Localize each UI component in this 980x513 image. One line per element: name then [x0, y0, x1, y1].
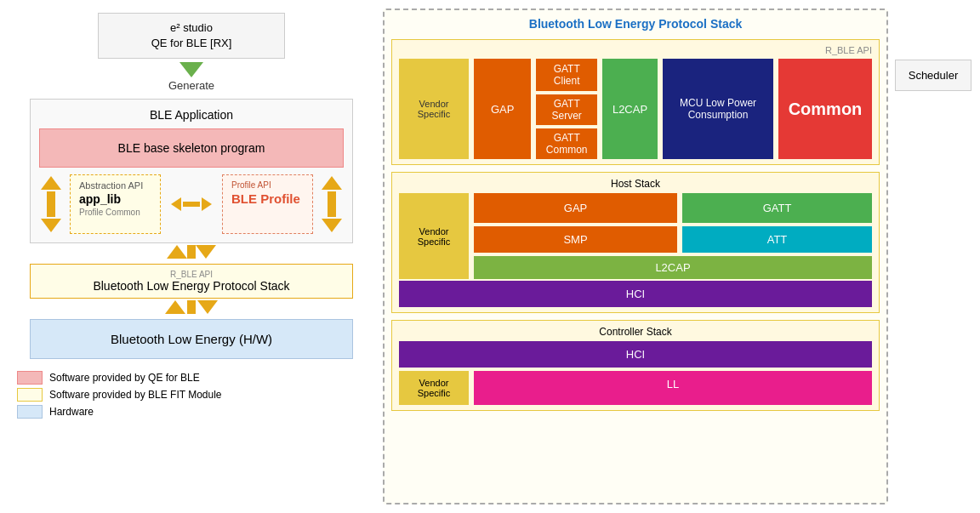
arrow-up-icon [41, 176, 61, 190]
ble-profile-title: BLE Profile [231, 191, 304, 206]
page: e² studio QE for BLE [RX] Generate BLE A… [0, 0, 980, 513]
arrow-down-icon [41, 219, 61, 232]
host-right: GAP GATT SMP ATT [474, 193, 872, 279]
hci-host-cell: HCI [399, 281, 872, 307]
v-arrow-group [167, 245, 216, 259]
arrow-up2-icon [322, 176, 342, 190]
generate-label: Generate [168, 79, 214, 92]
gap-rble-cell: GAP [474, 59, 531, 159]
l2cap-rble-cell: L2CAP [602, 59, 658, 159]
left-panel: e² studio QE for BLE [RX] Generate BLE A… [9, 9, 374, 504]
legend: Software provided by QE for BLE Software… [9, 371, 222, 419]
ble-app-title: BLE Application [39, 108, 344, 122]
legend-item-fit: Software provided by BLE FIT Module [17, 388, 222, 402]
legend-label-hw: Hardware [49, 406, 94, 418]
arrow-up3-icon [167, 245, 187, 259]
legend-item-qe: Software provided by QE for BLE [17, 371, 222, 385]
app-lib-box: Abstraction API app_lib Profile Common [70, 174, 161, 234]
main-stack-title: Bluetooth Low Energy Protocol Stack [391, 17, 880, 31]
arrow-rect4 [187, 300, 196, 314]
scheduler-box: Scheduler [895, 60, 971, 91]
legend-color-fit [17, 388, 43, 402]
hw-title: Bluetooth Low Energy (H/W) [111, 332, 272, 346]
ble-skeleton-label: BLE base skeleton program [118, 141, 265, 155]
ble-profile-box: Profile API BLE Profile [222, 174, 313, 234]
generate-arrow-icon [179, 62, 203, 77]
protocol-stack-box: R_BLE API Bluetooth Low Energy Protocol … [30, 264, 353, 299]
rble-api-row: Vendor Specific GAP GATT Client GATT Ser… [399, 59, 872, 159]
legend-item-hw: Hardware [17, 405, 222, 419]
arrow-down3-icon [196, 245, 216, 259]
studio-line1: e² studio [170, 21, 213, 34]
protocol-stack-title: Bluetooth Low Energy Protocol Stack [39, 279, 344, 293]
ctrl-bottom-row: Vendor Specific LL [399, 371, 872, 405]
studio-box: e² studio QE for BLE [RX] [98, 13, 285, 59]
v-arrow-hw [165, 300, 218, 314]
gatt-host-cell: GATT [682, 193, 872, 223]
left-arrow-col [39, 174, 63, 234]
mcu-cell: MCU Low Power Consumption [663, 59, 773, 159]
legend-label-fit: Software provided by BLE FIT Module [49, 389, 222, 401]
ble-stack-outer: Bluetooth Low Energy Protocol Stack R_BL… [383, 9, 888, 504]
app-lib-title: app_lib [79, 192, 151, 206]
scheduler-label: Scheduler [909, 69, 959, 82]
controller-stack-title: Controller Stack [399, 326, 872, 338]
gatt-client-cell: GATT Client [536, 59, 596, 91]
legend-color-hw [17, 405, 43, 419]
gatt-server-cell: GATT Server [536, 94, 596, 125]
harrow-right-icon [202, 197, 212, 211]
att-host-cell: ATT [682, 226, 872, 253]
smp-host-cell: SMP [474, 226, 677, 253]
arrow-down4-icon [197, 300, 218, 314]
ble-skeleton-box: BLE base skeleton program [39, 128, 344, 168]
host-top-row: GAP GATT [474, 193, 872, 223]
ll-cell: LL [474, 371, 872, 405]
vendor-specific-ctrl: Vendor Specific [399, 371, 469, 405]
abstraction-api-label: Abstraction API [79, 180, 151, 191]
gatt-col-rble: GATT Client GATT Server GATT Common [536, 59, 596, 159]
arrow-rect2 [328, 191, 336, 217]
controller-section: Controller Stack HCI Vendor Specific LL [391, 320, 880, 411]
harrow-left-icon [171, 197, 181, 211]
ble-app-box: BLE Application BLE base skeleton progra… [30, 99, 353, 243]
hci-ctrl-cell: HCI [399, 341, 872, 368]
vendor-specific-rble: Vendor Specific [399, 59, 469, 159]
rble-section: R_BLE API Vendor Specific GAP GATT Clien… [391, 39, 880, 165]
arrow-rect [47, 191, 55, 217]
profile-common-label: Profile Common [79, 208, 151, 217]
arrow-down2-icon [322, 219, 342, 232]
l2cap-host-cell: L2CAP [474, 256, 872, 279]
double-arrow-v2 [322, 176, 342, 232]
legend-color-qe [17, 371, 43, 385]
scheduler-col: Scheduler [895, 9, 971, 504]
host-section: Host Stack Vendor Specific GAP GATT [391, 172, 880, 313]
middle-row: Abstraction API app_lib Profile Common P… [39, 174, 344, 234]
host-mid-row: SMP ATT [474, 226, 872, 253]
studio-line2: QE for BLE [RX] [151, 37, 232, 49]
hw-box: Bluetooth Low Energy (H/W) [30, 319, 353, 359]
horiz-arrows [171, 174, 212, 234]
gatt-common-cell: GATT Common [536, 128, 596, 159]
double-arrow-v [41, 176, 61, 232]
right-arrow-col [320, 174, 344, 234]
host-inner: Vendor Specific GAP GATT [399, 193, 872, 279]
host-stack-title: Host Stack [399, 178, 872, 190]
gap-host-cell: GAP [474, 193, 677, 223]
vendor-specific-host: Vendor Specific [399, 193, 469, 279]
rble-api-section-title: R_BLE API [399, 45, 872, 55]
arrow-rect3 [187, 245, 196, 259]
arrow-up4-icon [165, 300, 185, 314]
common-box: Common [778, 59, 872, 159]
legend-label-qe: Software provided by QE for BLE [49, 372, 200, 384]
profile-api-label: Profile API [231, 180, 304, 190]
rble-api-label-left: R_BLE API [39, 270, 344, 279]
right-panel: Bluetooth Low Energy Protocol Stack R_BL… [383, 9, 971, 504]
harrow-rect [183, 202, 200, 207]
